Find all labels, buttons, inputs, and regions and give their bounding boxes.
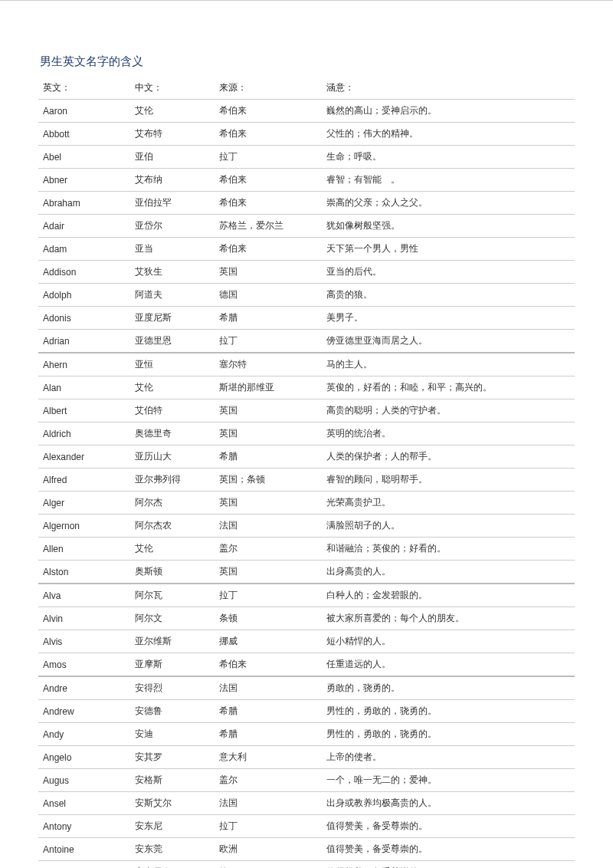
cell-meaning: 生命；呼吸。 [322,146,575,169]
cell-source: 英国 [215,422,322,446]
cell-english: Alvin [38,607,130,630]
cell-meaning: 高贵的狼。 [322,284,575,307]
cell-english: Alan [38,376,130,399]
cell-meaning: 高贵的聪明；人类的守护者。 [322,399,575,422]
cell-english: Aaron [38,100,130,123]
cell-meaning: 出身高贵的人。 [322,561,575,584]
cell-chinese: 亚伯 [130,146,215,169]
cell-chinese: 阿道夫 [130,284,215,307]
cell-meaning: 任重道远的人。 [322,653,575,677]
table-row: Antoine安东莞欧洲值得赞美，备受尊崇的。 [38,838,575,861]
table-row: Alan艾伦斯堪的那维亚英俊的，好看的；和睦，和平；高兴的。 [38,376,575,399]
cell-source: 拉丁 [215,146,322,169]
cell-english: Adam [38,238,130,261]
table-row: Albert艾伯特英国高贵的聪明；人类的守护者。 [38,399,575,422]
cell-chinese: 安格斯 [130,769,215,792]
cell-source: 条顿 [215,607,322,630]
cell-meaning: 崇高的父亲；众人之父。 [322,192,575,215]
cell-english: Alger [38,492,130,515]
cell-source: 希伯来 [215,123,322,146]
cell-source: 法国 [215,676,322,700]
cell-english: Alfred [38,469,130,492]
cell-chinese: 亚伯拉罕 [130,192,215,215]
cell-english: Antoine [38,838,130,861]
table-row: Abel亚伯拉丁生命；呼吸。 [38,146,575,169]
table-row: Andre安得烈法国勇敢的，骁勇的。 [38,676,575,700]
cell-chinese: 艾布特 [130,123,215,146]
table-row: Alexander亚历山大希腊人类的保护者；人的帮手。 [38,446,575,469]
cell-english: Abner [38,169,130,192]
cell-english: Andy [38,723,130,746]
cell-meaning: 睿智；有智能 。 [322,169,575,192]
cell-english: Alexander [38,446,130,469]
cell-source: 意大利 [215,746,322,769]
cell-chinese: 安东尼 [130,815,215,838]
cell-english: Alva [38,584,130,607]
cell-meaning: 短小精悍的人。 [322,630,575,653]
cell-chinese: 亚尔维斯 [130,630,215,653]
table-row: Abraham亚伯拉罕希伯来崇高的父亲；众人之父。 [38,192,575,215]
cell-meaning: 值得赞美，备受尊崇的。 [322,861,575,869]
table-row: Aldrich奥德里奇英国英明的统治者。 [38,422,575,446]
cell-english: Adolph [38,284,130,307]
cell-meaning: 白种人的；金发碧眼的。 [322,584,575,607]
cell-english: Ansel [38,792,130,815]
cell-meaning: 美男子。 [322,307,575,330]
cell-source: 希伯来 [215,653,322,677]
cell-meaning: 和谐融洽；英俊的；好看的。 [322,538,575,561]
cell-source: 希腊 [215,446,322,469]
document-page: 男生英文名字的含义 英文： 中文： 来源： 涵意： Aaron艾伦希伯来巍然的高… [0,0,613,868]
cell-source: 希腊 [215,307,322,330]
cell-source: 希伯来 [215,192,322,215]
cell-english: Albert [38,399,130,422]
table-row: Ahern亚恒塞尔特马的主人。 [38,353,575,376]
table-row: Antony安东尼拉丁值得赞美，备受尊崇的。 [38,815,575,838]
cell-source: 希腊 [215,700,322,723]
cell-source: 拉丁 [215,861,322,869]
cell-chinese: 亚恒 [130,353,215,376]
table-row: Adam亚当希伯来天下第一个男人，男性 [38,238,575,261]
cell-chinese: 安东尼奥 [130,861,215,869]
table-row: Andy安迪希腊男性的，勇敢的，骁勇的。 [38,723,575,746]
header-source: 来源： [215,77,322,100]
cell-chinese: 安得烈 [130,676,215,700]
cell-meaning: 上帝的使者。 [322,746,575,769]
cell-english: Angelo [38,746,130,769]
cell-source: 英国 [215,261,322,284]
cell-chinese: 艾伦 [130,376,215,399]
cell-english: Abel [38,146,130,169]
cell-english: Andre [38,676,130,700]
table-row: Alva阿尔瓦拉丁白种人的；金发碧眼的。 [38,584,575,607]
cell-chinese: 亚当 [130,238,215,261]
names-table: 英文： 中文： 来源： 涵意： Aaron艾伦希伯来巍然的高山；受神启示的。Ab… [38,77,575,868]
table-row: Abbott艾布特希伯来父性的；伟大的精神。 [38,123,575,146]
cell-source: 盖尔 [215,769,322,792]
header-chinese: 中文： [130,77,215,100]
cell-chinese: 艾伦 [130,538,215,561]
table-row: Algernon阿尔杰农法国满脸照胡子的人。 [38,515,575,538]
cell-source: 法国 [215,515,322,538]
cell-meaning: 天下第一个男人，男性 [322,238,575,261]
table-row: Adonis亚度尼斯希腊美男子。 [38,307,575,330]
cell-chinese: 亚尔弗列得 [130,469,215,492]
table-row: Alvin阿尔文条顿被大家所喜爱的；每个人的朋友。 [38,607,575,630]
cell-source: 苏格兰，爱尔兰 [215,215,322,238]
cell-source: 挪威 [215,630,322,653]
cell-meaning: 男性的，勇敢的，骁勇的。 [322,723,575,746]
cell-chinese: 亚历山大 [130,446,215,469]
header-english: 英文： [38,77,130,100]
cell-chinese: 艾狄生 [130,261,215,284]
cell-english: Alvis [38,630,130,653]
table-row: Adolph阿道夫德国高贵的狼。 [38,284,575,307]
table-row: Aaron艾伦希伯来巍然的高山；受神启示的。 [38,100,575,123]
cell-source: 斯堪的那维亚 [215,376,322,399]
table-row: Allen艾伦盖尔和谐融洽；英俊的；好看的。 [38,538,575,561]
table-row: Amos亚摩斯希伯来任重道远的人。 [38,653,575,677]
cell-meaning: 被大家所喜爱的；每个人的朋友。 [322,607,575,630]
table-row: Adair亚岱尔苏格兰，爱尔兰犹如像树般坚强。 [38,215,575,238]
table-row: Addison艾狄生英国亚当的后代。 [38,261,575,284]
cell-meaning: 值得赞美，备受尊崇的。 [322,815,575,838]
table-row: Alfred亚尔弗列得英国；条顿睿智的顾问，聪明帮手。 [38,469,575,492]
cell-english: Adonis [38,307,130,330]
cell-meaning: 父性的；伟大的精神。 [322,123,575,146]
